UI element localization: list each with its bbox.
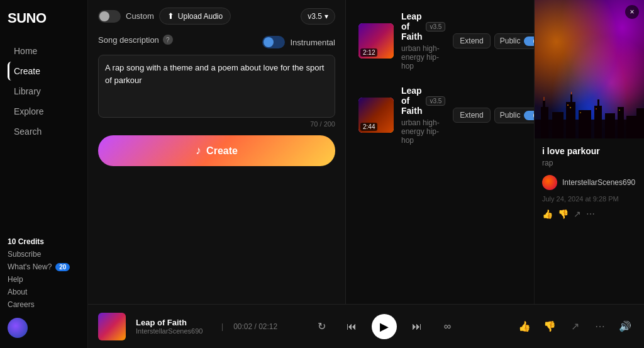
song-version-2: v3.5 <box>426 96 445 106</box>
table-row[interactable]: 2:44 Leap of Faith v3.5 urban high-energ… <box>351 79 529 151</box>
sidebar-item-explore[interactable]: Explore <box>8 102 80 121</box>
detail-artwork: × <box>535 0 644 138</box>
player-title: Leap of Faith <box>136 318 211 327</box>
public-toggle-1[interactable]: Public <box>494 33 534 49</box>
svg-rect-17 <box>580 112 581 113</box>
song-description-label-group: Song description ? <box>98 35 173 45</box>
app-logo: SUNO <box>8 10 80 26</box>
player-share-icon[interactable]: ↗ <box>566 318 584 335</box>
content-area: Custom ⬆ Upload Audio v3.5 ▾ Song descri… <box>88 0 644 304</box>
info-icon[interactable]: ? <box>163 35 173 45</box>
player-dislike-icon[interactable]: 👎 <box>541 318 558 335</box>
player-artist: InterstellarScenes690 <box>136 327 211 335</box>
custom-toggle[interactable] <box>98 10 121 23</box>
extend-button-2[interactable]: Extend <box>453 108 490 123</box>
detail-like-icon[interactable]: 👍 <box>542 209 553 219</box>
whats-new-item[interactable]: What's New? 20 <box>8 262 80 271</box>
song-description-input[interactable] <box>98 55 335 118</box>
toggle-knob <box>99 11 109 21</box>
player-bar: Leap of Faith InterstellarScenes690 | 00… <box>88 304 644 348</box>
player-like-icon[interactable]: 👍 <box>516 318 533 335</box>
player-info: Leap of Faith InterstellarScenes690 <box>136 318 211 335</box>
sidebar-item-library[interactable]: Library <box>8 82 80 101</box>
careers-link[interactable]: Careers <box>8 300 80 309</box>
svg-rect-18 <box>596 108 597 109</box>
player-controls: ↻ ⏮ ▶ ⏭ ∞ <box>311 314 457 339</box>
song-thumbnail-1: 2:12 <box>358 23 394 59</box>
sidebar-item-search[interactable]: Search <box>8 122 80 141</box>
svg-rect-6 <box>570 94 572 102</box>
next-button[interactable]: ⏭ <box>407 317 427 337</box>
detail-share-icon[interactable]: ↗ <box>574 209 581 219</box>
create-button[interactable]: ♪ Create <box>98 135 335 166</box>
instrumental-label: Instrumental <box>290 38 335 47</box>
subscribe-link[interactable]: Subscribe <box>8 250 80 259</box>
detail-more-icon[interactable]: ⋯ <box>586 209 595 219</box>
instrumental-knob <box>264 37 274 47</box>
instrumental-toggle[interactable] <box>262 36 285 48</box>
song-title-row-1: Leap of Faith v3.5 <box>401 11 445 42</box>
svg-rect-2 <box>543 101 545 110</box>
song-duration-1: 2:12 <box>360 48 377 57</box>
song-version-1: v3.5 <box>426 22 445 31</box>
song-description-row: Song description ? Instrumental <box>98 35 335 50</box>
svg-rect-8 <box>579 110 591 138</box>
player-time: 00:02 / 02:12 <box>233 322 277 331</box>
svg-rect-11 <box>605 113 615 138</box>
svg-rect-3 <box>544 97 545 101</box>
music-icon: ♪ <box>196 144 201 157</box>
detail-actions: 👍 👎 ↗ ⋯ <box>542 209 636 219</box>
sidebar-item-home[interactable]: Home <box>8 42 80 60</box>
mini-toggle-1 <box>524 36 534 46</box>
song-thumbnail-2: 2:44 <box>358 98 394 133</box>
song-actions-2: Extend Public 👍 👎 ↗ ⋯ <box>453 106 534 124</box>
extend-button-1[interactable]: Extend <box>453 33 490 48</box>
svg-rect-4 <box>552 112 564 138</box>
song-genre-1: urban high-energy hip-hop <box>401 44 445 70</box>
detail-dislike-icon[interactable]: 👎 <box>558 209 569 219</box>
about-link[interactable]: About <box>8 288 80 296</box>
version-selector[interactable]: v3.5 ▾ <box>301 8 335 25</box>
player-more-icon[interactable]: ⋯ <box>591 318 609 335</box>
sidebar-bottom: 10 Credits Subscribe What's New? 20 Help… <box>8 237 80 338</box>
close-button[interactable]: × <box>625 5 639 19</box>
play-pause-button[interactable]: ▶ <box>372 314 397 339</box>
svg-rect-15 <box>567 104 569 106</box>
song-genre-2: urban high-energy hip-hop <box>401 118 445 145</box>
sidebar-nav: Home Create Library Explore Search <box>8 42 80 237</box>
mini-toggle-2 <box>524 111 534 120</box>
song-list: 2:12 Leap of Faith v3.5 urban high-energ… <box>346 0 534 304</box>
previous-button[interactable]: ⏮ <box>341 317 362 337</box>
detail-creator-row: InterstellarScenes690 <box>542 175 636 190</box>
help-link[interactable]: Help <box>8 275 80 284</box>
player-right-controls: 👍 👎 ↗ ⋯ 🔊 <box>516 318 634 335</box>
city-silhouette <box>535 88 644 138</box>
detail-date: July 24, 2024 at 9:28 PM <box>542 195 636 203</box>
detail-panel: × i love parkour rap InterstellarScenes6… <box>534 0 644 304</box>
song-title-row-2: Leap of Faith v3.5 <box>401 86 445 116</box>
credits-text: 10 Credits <box>8 237 80 246</box>
skip-back-button[interactable]: ↻ <box>311 317 331 337</box>
svg-rect-19 <box>619 109 620 111</box>
public-toggle-2[interactable]: Public <box>494 108 534 123</box>
upload-audio-button[interactable]: ⬆ Upload Audio <box>159 8 231 25</box>
svg-rect-12 <box>618 107 624 138</box>
player-volume-icon[interactable]: 🔊 <box>616 318 634 335</box>
song-info-2: Leap of Faith v3.5 urban high-energy hip… <box>401 86 445 145</box>
sidebar-item-create[interactable]: Create <box>8 62 80 81</box>
svg-rect-1 <box>541 107 548 138</box>
creator-avatar <box>542 175 557 190</box>
table-row[interactable]: 2:12 Leap of Faith v3.5 urban high-energ… <box>351 5 529 77</box>
song-duration-2: 2:44 <box>360 123 377 131</box>
user-avatar[interactable] <box>8 318 28 338</box>
instrumental-toggle-row: Instrumental <box>262 36 335 48</box>
creator-name[interactable]: InterstellarScenes690 <box>562 178 635 187</box>
detail-song-title: i love parkour <box>542 146 636 156</box>
custom-label: Custom <box>126 11 154 21</box>
public-label-2: Public <box>500 111 521 120</box>
loop-button[interactable]: ∞ <box>437 317 457 337</box>
svg-rect-9 <box>594 106 602 138</box>
svg-rect-10 <box>597 99 599 106</box>
detail-content: i love parkour rap InterstellarScenes690… <box>535 138 644 304</box>
upload-icon: ⬆ <box>167 11 174 21</box>
